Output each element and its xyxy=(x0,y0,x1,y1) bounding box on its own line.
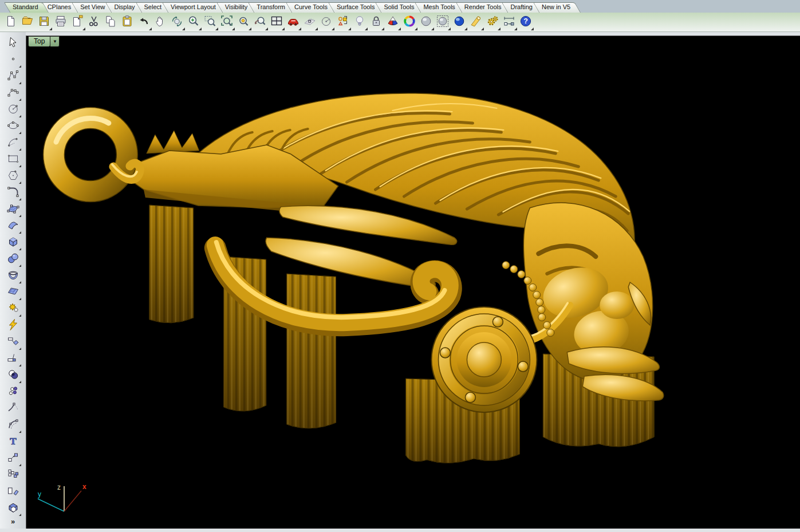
polyline-icon xyxy=(7,69,19,84)
fillet-curve-button[interactable] xyxy=(5,184,21,200)
copy-array-button[interactable] xyxy=(5,467,21,483)
split-button[interactable] xyxy=(5,334,21,350)
tab-label: Drafting xyxy=(510,3,533,10)
explode-button[interactable] xyxy=(5,301,21,317)
print-button[interactable] xyxy=(53,14,68,30)
trim-lightning-button[interactable] xyxy=(5,317,21,333)
tab-label: New in V5 xyxy=(542,3,570,10)
polyline-button[interactable] xyxy=(5,68,21,84)
boolean-union-button[interactable] xyxy=(5,500,21,516)
new-file-button[interactable] xyxy=(3,14,18,30)
set-view-button[interactable] xyxy=(318,14,334,30)
layer-wedge-button[interactable] xyxy=(385,14,400,30)
box-icon xyxy=(7,235,19,250)
copy-button[interactable] xyxy=(103,14,118,30)
shear-button[interactable] xyxy=(5,483,21,499)
tab-new-in-v5[interactable]: New in V5 xyxy=(536,2,578,13)
top-viewport[interactable]: Top ▼ xyxy=(26,36,800,529)
patch-surface-button[interactable] xyxy=(5,284,21,300)
circle-button[interactable] xyxy=(5,101,21,117)
export-page-button[interactable] xyxy=(69,14,85,30)
move-button[interactable] xyxy=(5,450,21,466)
tab-curve-tools[interactable]: Curve Tools xyxy=(289,2,335,13)
cplane-grid-button[interactable] xyxy=(302,14,317,30)
sidebar-expand-chevron[interactable]: » xyxy=(11,517,15,526)
color-wheel-button[interactable] xyxy=(401,14,417,30)
viewport-layout-button[interactable] xyxy=(269,14,284,30)
spheres-button[interactable] xyxy=(5,251,21,267)
help-icon: ? xyxy=(519,15,532,29)
box-button[interactable] xyxy=(5,234,21,250)
select-arrow-icon xyxy=(7,36,19,50)
options-gears-button[interactable] xyxy=(484,14,500,30)
tab-label: Viewport Layout xyxy=(171,3,216,10)
open-folder-button[interactable] xyxy=(19,14,35,30)
surface-corner-points-button[interactable] xyxy=(5,201,21,217)
offset-curve-button[interactable] xyxy=(5,417,21,433)
axis-z-label: z xyxy=(57,483,61,491)
viewport-title[interactable]: Top xyxy=(28,36,50,47)
tab-surface-tools[interactable]: Surface Tools xyxy=(331,2,382,13)
pan-hand-button[interactable] xyxy=(152,14,168,30)
new-file-icon xyxy=(5,15,17,29)
shaded-sphere-button[interactable] xyxy=(418,14,434,30)
shade-selected-icon xyxy=(436,15,449,29)
tab-mesh-tools[interactable]: Mesh Tools xyxy=(417,2,462,13)
cut-button[interactable] xyxy=(86,14,101,30)
selection-filter-button[interactable] xyxy=(335,14,350,30)
tab-viewport-layout[interactable]: Viewport Layout xyxy=(165,2,223,13)
axis-y-label: y xyxy=(38,490,41,498)
zoom-extents-button[interactable] xyxy=(219,14,234,30)
dimension-button[interactable] xyxy=(501,14,517,30)
rotate-view-button[interactable] xyxy=(169,14,184,30)
options-gears-icon xyxy=(486,15,499,29)
tab-standard[interactable]: Standard xyxy=(7,2,46,13)
paste-button[interactable] xyxy=(119,14,135,30)
tab-label: Standard xyxy=(13,3,38,10)
zoom-window-button[interactable] xyxy=(202,14,218,30)
move-icon xyxy=(7,451,19,466)
content-area: T» Top ▼ xyxy=(0,31,800,529)
select-arrow-button[interactable] xyxy=(5,35,21,51)
point-button[interactable] xyxy=(5,52,21,68)
svg-text:?: ? xyxy=(523,17,528,25)
save-icon xyxy=(38,15,50,29)
tab-render-tools[interactable]: Render Tools xyxy=(459,2,509,13)
viewport-menu-caret-icon[interactable]: ▼ xyxy=(50,36,60,47)
ellipse-button[interactable] xyxy=(5,118,21,134)
zoom-dynamic-button[interactable] xyxy=(186,14,201,30)
join-button[interactable] xyxy=(5,350,21,367)
rotate-view-icon xyxy=(171,15,183,29)
car-button[interactable] xyxy=(285,14,301,30)
lightbulb-button[interactable] xyxy=(352,14,367,30)
undo-icon xyxy=(137,15,150,29)
polygon-button[interactable] xyxy=(5,168,21,184)
svg-text:T: T xyxy=(10,436,17,447)
lock-button[interactable] xyxy=(368,14,384,30)
point-cloud-button[interactable] xyxy=(5,384,21,400)
curved-surface-button[interactable] xyxy=(5,218,21,234)
text-icon: T xyxy=(7,435,19,449)
render-sphere-button[interactable] xyxy=(451,14,467,30)
lightbulb-icon xyxy=(353,15,366,29)
viewport-title-tab[interactable]: Top ▼ xyxy=(28,36,60,47)
undo-button[interactable] xyxy=(136,14,151,30)
tab-label: Mesh Tools xyxy=(423,3,455,10)
spotlight-button[interactable] xyxy=(468,14,483,30)
dimension-icon xyxy=(503,15,515,29)
control-point-curve-button[interactable] xyxy=(5,85,21,101)
arc-button[interactable] xyxy=(5,135,21,151)
tab-label: Display xyxy=(114,3,135,10)
zoom-undo-button[interactable] xyxy=(252,14,267,30)
rectangle-button[interactable] xyxy=(5,151,21,167)
text-button[interactable]: T xyxy=(5,434,21,450)
curve-boolean-button[interactable] xyxy=(5,367,21,383)
save-button[interactable] xyxy=(36,14,52,30)
shade-selected-button[interactable] xyxy=(435,14,450,30)
extend-curve-button[interactable] xyxy=(5,400,21,416)
help-button[interactable]: ? xyxy=(518,14,533,30)
curved-surface-icon xyxy=(7,219,19,233)
revolve-surface-button[interactable] xyxy=(5,267,21,283)
pendant-model xyxy=(26,36,800,529)
zoom-selected-button[interactable] xyxy=(235,14,251,30)
